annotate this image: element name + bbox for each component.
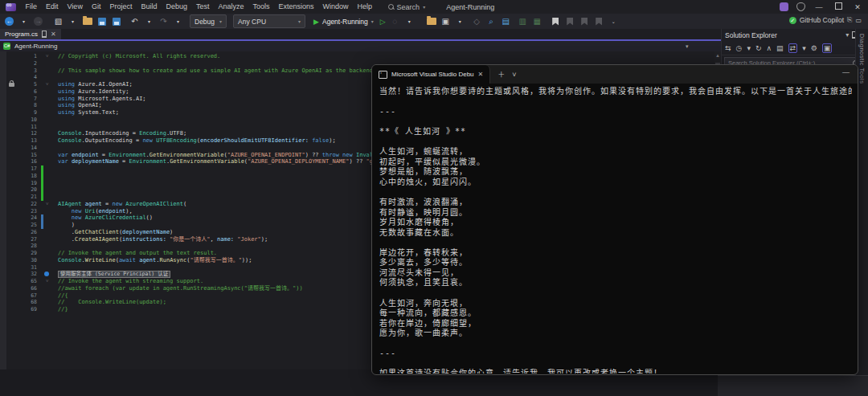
wrench-icon[interactable]: ⚙ [811, 44, 817, 52]
redo-caret[interactable]: ▾ [173, 16, 183, 27]
go-to-line-icon[interactable]: ⌕ [486, 16, 497, 27]
navigate-forward-icon[interactable]: → [34, 17, 43, 26]
menu-item-git[interactable]: Git [87, 0, 105, 14]
line-number: 9 [0, 109, 37, 116]
scroll-up-icon[interactable]: ▲ [714, 53, 721, 58]
terminal-tab-close-icon[interactable]: ✕ [478, 71, 484, 78]
breadcrumb-project[interactable]: Agent-Running [14, 43, 57, 50]
minimize-button[interactable]: — [813, 3, 825, 11]
sync-caret-icon[interactable]: ▾ [802, 44, 806, 52]
comment-icon[interactable]: ▥ [518, 16, 528, 27]
start-debug-button[interactable]: ▶ Agent-Running ▾ [313, 18, 374, 26]
line-number: 26 [0, 229, 37, 236]
navigate-back-icon[interactable]: ← [5, 17, 14, 26]
breadcrumb-caret-icon[interactable]: ▾ [686, 43, 689, 50]
terminal-title-bar[interactable]: Microsoft Visual Studio Debu ✕ ＋ ˅ — [372, 65, 858, 84]
fold-arrow-icon[interactable]: ˅ [46, 53, 48, 60]
navigate-back-caret[interactable]: ▾ [18, 16, 29, 27]
pin-icon[interactable] [42, 31, 47, 38]
menu-item-help[interactable]: Help [353, 0, 377, 14]
account-icon[interactable] [780, 2, 788, 11]
menu-item-window[interactable]: Window [318, 0, 353, 14]
menu-item-tools[interactable]: Tools [248, 0, 274, 14]
save-icon[interactable] [98, 18, 106, 26]
configuration-dropdown[interactable]: Debug▾ [190, 14, 227, 28]
copilot-chat-icon[interactable]: ▭ [855, 17, 862, 24]
undo-caret[interactable]: ▾ [144, 16, 154, 27]
switch-views-icon[interactable]: ⇆ [725, 44, 731, 52]
line-number: 31 [0, 264, 37, 271]
sync-with-active-document-icon[interactable]: ⇄ [788, 43, 798, 53]
terminal-window[interactable]: Microsoft Visual Studio Debu ✕ ＋ ˅ — 当然！… [371, 64, 858, 375]
menu-item-analyze[interactable]: Analyze [214, 0, 248, 14]
menu-item-file[interactable]: File [21, 0, 42, 14]
collapse-all-icon[interactable]: ∧ [766, 44, 772, 52]
start-without-debug-icon[interactable]: ▷ [380, 18, 386, 26]
terminal-output[interactable]: 当然！请告诉我你想要诗的主题或风格，我将为你创作。如果没有特别的要求，我会自由发… [372, 84, 858, 374]
line-number: 27 [0, 236, 37, 243]
save-all-icon[interactable] [113, 18, 121, 26]
panel-position-icon[interactable]: ▾ [845, 31, 849, 39]
redo-icon[interactable]: ↷ [158, 16, 169, 27]
solution-explorer-title: Solution Explorer [725, 31, 777, 39]
tab-diagnostic-tools[interactable]: Diagnostic Tools [858, 34, 866, 84]
code-text: //await foreach (var update in agent.Run… [58, 285, 303, 292]
preview-selected-items-icon[interactable]: ▣ [822, 43, 833, 53]
terminal-dropdown-icon[interactable]: ˅ [512, 71, 516, 79]
filter-caret-icon[interactable]: ▾ [747, 44, 751, 52]
menu-item-project[interactable]: Project [105, 0, 137, 14]
change-bar [41, 180, 43, 187]
watch-icon[interactable]: ◇ [472, 16, 482, 27]
bookmark-next-icon[interactable] [581, 18, 588, 26]
terminal-new-tab-icon[interactable]: ＋ [497, 69, 505, 80]
menu-item-extensions[interactable]: Extensions [274, 0, 318, 14]
uncomment-icon[interactable]: ▦ [532, 16, 542, 27]
document-tab-program-cs[interactable]: Program.cs ✕ [0, 29, 61, 39]
bookmark-prev-icon[interactable] [567, 18, 573, 26]
fold-arrow-icon[interactable]: ˅ [46, 278, 48, 285]
preview-window-caret[interactable]: ▾ [455, 16, 465, 27]
suggestion-badge-icon[interactable] [44, 271, 49, 276]
properties-icon[interactable]: ▤ [776, 44, 784, 52]
fold-arrow-icon[interactable]: ˅ [46, 81, 48, 88]
menu-item-debug[interactable]: Debug [162, 0, 192, 14]
menu-item-edit[interactable]: Edit [42, 0, 63, 14]
feedback-icon[interactable] [796, 2, 805, 11]
restore-button[interactable] [833, 2, 844, 11]
close-button[interactable]: ✕ [852, 3, 863, 11]
start-debug-caret[interactable]: ▾ [371, 18, 374, 24]
code-text: .GetChatClient(deploymentName) [58, 229, 173, 236]
title-bar: FileEditViewGitProjectBuildDebugTestAnal… [0, 0, 868, 14]
menu-item-view[interactable]: View [63, 0, 87, 14]
add-item-icon[interactable] [427, 18, 436, 25]
github-copilot-icon: ✓ [789, 17, 796, 24]
bookmark-toggle-icon[interactable] [552, 18, 559, 26]
terminal-minimize-icon[interactable]: — [842, 68, 850, 76]
refresh-icon[interactable]: ↻ [755, 44, 762, 52]
hot-reload-caret[interactable]: ▾ [404, 16, 415, 27]
toolbar-overflow-icon[interactable]: ⌄ [608, 16, 619, 27]
code-line[interactable]: 1˅// Copyright (c) Microsoft. All rights… [0, 53, 721, 60]
preview-window-icon[interactable]: ▣ [440, 16, 451, 27]
github-copilot-status[interactable]: ✓GitHub Copilot⎘▭ [789, 16, 862, 24]
new-project-caret[interactable]: ▾ [68, 16, 78, 27]
line-number: 68 [0, 299, 37, 306]
fold-arrow-icon[interactable]: ˅ [46, 201, 48, 208]
menu-item-build[interactable]: Build [137, 0, 162, 14]
new-project-icon[interactable]: ▧ [53, 16, 63, 27]
hot-reload-icon[interactable]: ◌ [390, 16, 400, 27]
copilot-share-icon[interactable]: ⎘ [847, 16, 852, 24]
tab-close-icon[interactable]: ✕ [51, 31, 56, 38]
search-box[interactable]: Search ▾ [388, 3, 426, 11]
menu-item-test[interactable]: Test [191, 0, 214, 14]
open-folder-icon[interactable] [83, 18, 92, 25]
bookmark-clear-icon[interactable] [596, 18, 602, 26]
console-line: --- [379, 349, 852, 359]
collapsed-region-label[interactable]: 使用服务主体 (Service Principal) 认证 [58, 271, 170, 278]
pending-changes-filter-icon[interactable]: ◷ [736, 44, 743, 52]
terminal-tab[interactable]: Microsoft Visual Studio Debu ✕ [372, 65, 490, 84]
find-in-files-icon[interactable]: ▤ [501, 16, 511, 27]
platform-dropdown[interactable]: Any CPU▾ [233, 14, 305, 28]
undo-icon[interactable]: ↶ [129, 16, 140, 27]
csharp-project-icon: C# [3, 43, 10, 50]
